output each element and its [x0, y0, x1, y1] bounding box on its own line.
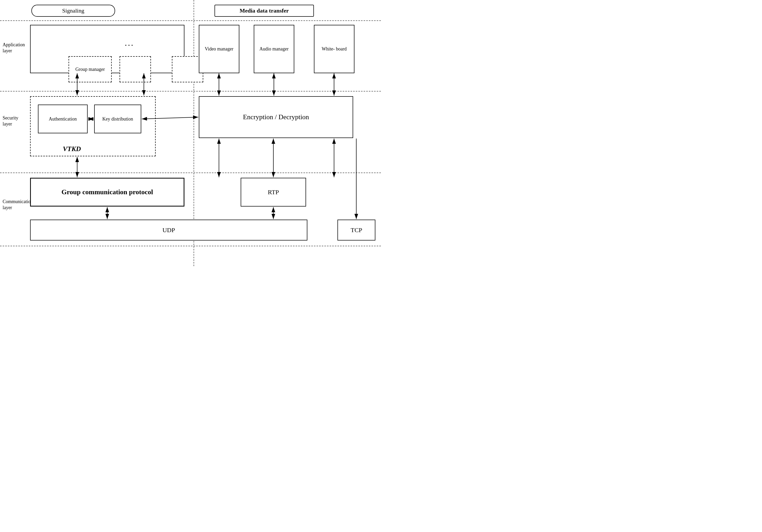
key-distribution-box: Key distribution — [94, 104, 141, 133]
h-divider-4 — [0, 246, 381, 246]
h-divider-3 — [0, 172, 381, 173]
placeholder-box-2 — [172, 56, 203, 82]
security-layer-label: Securitylayer — [3, 115, 18, 127]
rtp-box: RTP — [241, 178, 306, 207]
h-divider-2 — [0, 91, 381, 92]
authentication-box: Authentication — [38, 104, 88, 133]
placeholder-box-1 — [119, 56, 151, 82]
app-left-container: Group manager — [30, 25, 185, 73]
vtkd-label: VTKD — [63, 145, 81, 153]
media-data-transfer-label: Media data transfer — [214, 5, 314, 17]
group-communication-protocol-box: Group communication protocol — [30, 178, 185, 207]
group-manager-box: Group manager — [69, 56, 112, 82]
dots: · · · — [125, 42, 133, 49]
diagram: Signaling Media data transfer Applicatio… — [0, 0, 381, 266]
application-layer-label: Applicationlayer — [3, 42, 25, 54]
encryption-decryption-box: Encryption / Decryption — [199, 96, 353, 138]
video-manager-box: Video manager — [199, 25, 239, 73]
communication-layer-label: Communicationlayer — [3, 199, 33, 211]
signaling-label: Signaling — [32, 5, 115, 17]
udp-box: UDP — [30, 220, 307, 240]
tcp-box: TCP — [338, 220, 375, 240]
h-divider-1 — [0, 20, 381, 21]
whiteboard-box: White- board — [314, 25, 354, 73]
audio-manager-box: Audio manager — [254, 25, 294, 73]
